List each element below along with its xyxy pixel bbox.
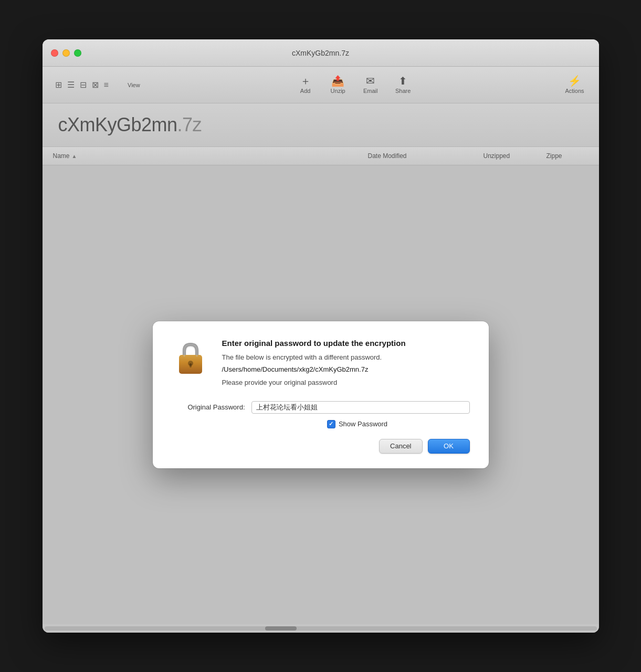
content-area: Enter original password to update the en… <box>43 165 599 624</box>
maximize-button[interactable] <box>74 49 81 57</box>
checkmark-icon: ✓ <box>329 421 333 427</box>
lock-icon-container <box>172 338 209 380</box>
add-button[interactable]: ＋ Add <box>292 72 319 97</box>
share-icon: ⬆ <box>398 76 407 86</box>
password-dialog: Enter original password to update the en… <box>153 321 489 468</box>
traffic-lights <box>51 49 81 57</box>
split-view-button[interactable]: ⊠ <box>90 78 101 92</box>
archive-name-dark: cXmKyGb2mn <box>58 114 177 135</box>
share-button-label: Share <box>395 88 411 94</box>
ok-button[interactable]: OK <box>428 439 470 454</box>
password-input[interactable] <box>251 401 470 414</box>
lock-icon <box>174 340 207 378</box>
column-unzipped[interactable]: Unzipped <box>484 152 547 160</box>
email-icon: ✉ <box>366 76 375 86</box>
column-zipped[interactable]: Zippe <box>547 152 589 160</box>
unzip-button-label: Unzip <box>331 88 345 94</box>
cancel-button-label: Cancel <box>390 442 411 450</box>
title-bar: cXmKyGb2mn.7z <box>43 39 599 67</box>
scrollbar-track[interactable] <box>45 626 597 631</box>
list-view-button[interactable]: ☰ <box>65 78 77 92</box>
app-window: cXmKyGb2mn.7z ⊞ ☰ ⊟ ⊠ ≡ View ＋ Add 📤 Unz… <box>43 39 599 633</box>
column-name[interactable]: Name ▲ <box>53 152 368 160</box>
window-title: cXmKyGb2mn.7z <box>292 49 349 57</box>
add-button-label: Add <box>300 88 311 94</box>
column-date-modified[interactable]: Date Modified <box>368 152 484 160</box>
dialog-prompt: Please provide your original password <box>222 379 470 386</box>
unzip-icon: 📤 <box>331 76 344 86</box>
archive-name: cXmKyGb2mn.7z <box>58 114 583 136</box>
dialog-title: Enter original password to update the en… <box>222 338 470 349</box>
svg-rect-2 <box>190 363 192 368</box>
modal-overlay: Enter original password to update the en… <box>43 165 599 624</box>
password-label: Original Password: <box>172 403 245 411</box>
dialog-description: The file below is encrypted with a diffe… <box>222 353 470 362</box>
show-password-row: ✓ Show Password <box>245 420 470 428</box>
unzip-button[interactable]: 📤 Unzip <box>324 72 352 97</box>
password-row: Original Password: <box>172 401 470 414</box>
content-header: cXmKyGb2mn.7z <box>43 103 599 146</box>
grid-view-button[interactable]: ⊞ <box>53 78 64 92</box>
archive-name-light: .7z <box>177 114 202 135</box>
view-icons-group: ⊞ ☰ ⊟ ⊠ ≡ <box>53 78 111 92</box>
share-button[interactable]: ⬆ Share <box>390 72 417 97</box>
add-icon: ＋ <box>300 76 311 86</box>
detail-view-button[interactable]: ≡ <box>102 78 111 92</box>
dialog-buttons: Cancel OK <box>172 439 470 454</box>
column-zipped-label: Zippe <box>547 152 562 160</box>
modal-content: Enter original password to update the en… <box>172 338 470 386</box>
dialog-form: Original Password: ✓ Show Password <box>172 401 470 428</box>
column-view-button[interactable]: ⊟ <box>78 78 89 92</box>
toolbar: ⊞ ☰ ⊟ ⊠ ≡ View ＋ Add 📤 Unzip ✉ Email ⬆ S… <box>43 67 599 103</box>
column-headers: Name ▲ Date Modified Unzipped Zippe <box>43 146 599 165</box>
show-password-checkbox[interactable]: ✓ <box>327 420 335 428</box>
show-password-checkbox-wrapper[interactable]: ✓ Show Password <box>327 420 387 428</box>
minimize-button[interactable] <box>62 49 70 57</box>
scrollbar-area <box>43 624 599 633</box>
email-button[interactable]: ✉ Email <box>357 72 384 97</box>
column-name-label: Name <box>53 152 70 160</box>
sort-arrow-icon: ▲ <box>72 153 77 159</box>
view-button[interactable]: View <box>120 79 148 91</box>
view-button-label: View <box>128 82 140 88</box>
column-date-label: Date Modified <box>368 152 407 160</box>
scrollbar-thumb[interactable] <box>265 626 297 631</box>
actions-button[interactable]: ⚡ Actions <box>561 72 588 97</box>
show-password-label[interactable]: Show Password <box>339 420 387 428</box>
column-unzipped-label: Unzipped <box>484 152 510 160</box>
actions-button-label: Actions <box>565 88 584 94</box>
email-button-label: Email <box>363 88 378 94</box>
modal-text: Enter original password to update the en… <box>222 338 470 386</box>
close-button[interactable] <box>51 49 58 57</box>
cancel-button[interactable]: Cancel <box>379 439 422 454</box>
actions-icon: ⚡ <box>568 76 581 86</box>
dialog-filepath: /Users/home/Documents/xkg2/cXmKyGb2mn.7z <box>222 365 470 373</box>
ok-button-label: OK <box>444 442 454 450</box>
